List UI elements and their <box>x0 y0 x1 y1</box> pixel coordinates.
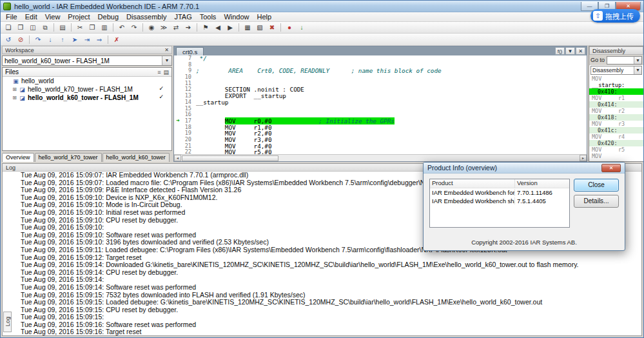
step-out-button[interactable]: ↑ <box>57 34 68 45</box>
disassembly-row[interactable]: __startup: <box>589 82 643 88</box>
tree-item[interactable]: ▣hello_world <box>3 77 171 85</box>
scrollbar-thumb[interactable] <box>182 155 278 161</box>
save-all-button[interactable]: ⧉ <box>39 23 51 33</box>
disassembly-row[interactable]: MOV r2 <box>589 108 643 114</box>
disassembly-row[interactable]: MOV <box>589 75 643 82</box>
menu-tools[interactable]: Tools <box>196 13 220 21</box>
redo-button[interactable]: ↷ <box>128 23 140 33</box>
configuration-dropdown[interactable]: hello_world_k60_tower - FLASH_1M ▼ <box>2 55 172 66</box>
replace-button[interactable]: ⇄ <box>170 23 182 33</box>
dialog-title-bar[interactable]: Product Info (overview) ✕ <box>424 163 625 174</box>
disassembly-row[interactable]: MOV r4 <box>589 134 643 140</box>
menu-view[interactable]: View <box>41 13 64 21</box>
dialog-close-icon[interactable]: ✕ <box>601 164 621 172</box>
disassembly-row[interactable]: MOV r3 <box>589 121 643 127</box>
save-button[interactable]: ◫ <box>27 23 39 33</box>
goto-address-combo[interactable]: ▼ <box>607 56 642 65</box>
code-line[interactable]: 7 */ <box>174 55 587 62</box>
menu-jtag[interactable]: JTAG <box>170 13 195 21</box>
disassembly-row[interactable]: 0x418: <box>589 114 643 121</box>
disassembly-row[interactable]: 0x410: <box>589 88 643 95</box>
tree-expander-icon[interactable]: ⊞ <box>11 95 18 101</box>
print-button[interactable]: ▤ <box>57 23 68 33</box>
find-next-button[interactable]: ≫ <box>158 23 170 33</box>
previous-bookmark-button[interactable]: ◀ <box>212 23 224 33</box>
workspace-panel-header[interactable]: Workspace ✕ <box>2 46 172 54</box>
workspace-tab-hello_world_k60_tower[interactable]: hello_world_k60_tower <box>102 153 170 162</box>
step-over-button[interactable]: ↷ <box>32 34 44 45</box>
workspace-tab-overview[interactable]: Overview <box>2 153 34 162</box>
workspace-tab-hello_world_k70_tower[interactable]: hello_world_k70_tower <box>35 153 102 162</box>
editor-tab-crt0s[interactable]: crt0.s <box>176 47 204 55</box>
code-line[interactable]: 22 MOV r5,#0 <box>174 149 587 154</box>
tab-list-dropdown-icon[interactable]: ▼ <box>565 47 575 55</box>
log-vertical-tab[interactable]: Log <box>3 312 12 332</box>
code-line[interactable]: 9; AREA Crt0, CODE, READONLY ; name this… <box>174 68 587 74</box>
run-to-cursor-button[interactable]: ⇥ <box>81 34 93 45</box>
dropdown-arrow-icon[interactable]: ▼ <box>634 66 641 74</box>
break-button[interactable]: ⊘ <box>15 34 26 45</box>
undo-button[interactable]: ↶ <box>116 23 128 33</box>
dropdown-arrow-icon[interactable]: ▼ <box>634 57 641 64</box>
editor-horizontal-scrollbar[interactable]: ◂ ▸ <box>174 154 587 161</box>
download-and-debug-button[interactable]: ↓ <box>296 23 307 33</box>
next-bookmark-button[interactable]: ▶ <box>224 23 236 33</box>
dialog-details-button[interactable]: Details... <box>574 195 619 208</box>
make-button[interactable]: ▦ <box>242 23 253 33</box>
menu-project[interactable]: Project <box>64 13 93 21</box>
scroll-right-icon[interactable]: ▸ <box>580 155 587 161</box>
code-line[interactable]: 10 <box>174 74 587 81</box>
new-document-button[interactable]: ❏ <box>3 23 14 33</box>
compile-button[interactable]: ▧ <box>254 23 266 33</box>
disassembly-row[interactable]: MOV r1 <box>589 95 643 101</box>
paste-button[interactable]: ▥ <box>99 23 110 33</box>
scroll-left-icon[interactable]: ◂ <box>174 155 181 161</box>
next-statement-button[interactable]: ➤ <box>69 34 81 45</box>
tree-item[interactable]: ⊞◪hello_world_k60_tower - FLASH_1M✓ <box>3 94 171 102</box>
disassembly-context-combo[interactable]: Disassembly ▼ <box>590 66 642 75</box>
editor-close-icon[interactable]: ✕ <box>576 47 585 55</box>
disassembly-row[interactable]: 0x420: <box>589 140 643 146</box>
tree-item[interactable]: ⊞◪hello_world_k70_tower - FLASH_1M✓ <box>3 85 171 94</box>
tree-expander-icon[interactable]: ⊞ <box>11 86 18 92</box>
version-column-header[interactable]: Version <box>515 179 569 188</box>
workspace-close-icon[interactable]: ✕ <box>164 47 169 53</box>
menu-help[interactable]: Help <box>253 13 276 21</box>
menu-disassembly[interactable]: Disassembly <box>122 13 170 21</box>
menu-debug[interactable]: Debug <box>94 13 122 21</box>
cut-button[interactable]: ✂ <box>74 23 86 33</box>
open-file-button[interactable]: ❒ <box>15 23 26 33</box>
drag-upload-button[interactable]: ⇧ 拖拽上传 <box>590 9 640 23</box>
files-tree-header[interactable]: Files ≡ ▤ <box>3 68 171 77</box>
files-filter-icon[interactable]: ≡ <box>157 69 161 75</box>
stop-build-button[interactable]: ✖ <box>266 23 278 33</box>
code-line[interactable]: 15 <box>174 106 587 112</box>
menu-file[interactable]: File <box>2 13 21 21</box>
dropdown-arrow-icon[interactable]: ▼ <box>162 56 171 65</box>
go-button[interactable]: ⇒ <box>93 34 105 45</box>
code-line[interactable]: 13 EXPORT __startup <box>174 93 587 99</box>
toggle-bookmark-button[interactable]: ⚑ <box>200 23 211 33</box>
step-into-button[interactable]: ↓ <box>44 34 56 45</box>
code-line[interactable]: 14__startup <box>174 99 587 106</box>
disassembly-row[interactable]: MOV <box>589 153 643 159</box>
product-row[interactable]: IAR Embedded Workbench shared components… <box>430 197 569 205</box>
product-row[interactable]: IAR Embedded Workbench for ARM7.70.1.114… <box>430 188 569 197</box>
files-columns-icon[interactable]: ▤ <box>163 69 169 75</box>
disassembly-panel-header[interactable]: Disassembly <box>589 46 643 55</box>
copy-button[interactable]: ❐ <box>86 23 98 33</box>
toggle-breakpoint-button[interactable]: ● <box>284 23 295 33</box>
stop-debugging-button[interactable]: ✗ <box>111 34 122 45</box>
code-area[interactable]: 7 */ 8 9; AREA Crt0, CODE, READONLY ; na… <box>174 55 587 154</box>
menu-window[interactable]: Window <box>220 13 253 21</box>
reset-button[interactable]: ↺ <box>3 34 14 45</box>
disassembly-row[interactable]: 0x41c: <box>589 127 643 134</box>
go-to-function-button[interactable]: f() <box>555 47 565 55</box>
disassembly-row[interactable]: MOV r5 <box>589 146 643 153</box>
go-to-button[interactable]: ➔ <box>182 23 194 33</box>
menu-edit[interactable]: Edit <box>21 13 41 21</box>
dialog-close-button[interactable]: Close <box>574 179 619 192</box>
product-column-header[interactable]: Product <box>430 179 515 188</box>
disassembly-row[interactable]: 0x414: <box>589 101 643 108</box>
find-button[interactable]: ◉ <box>146 23 157 33</box>
